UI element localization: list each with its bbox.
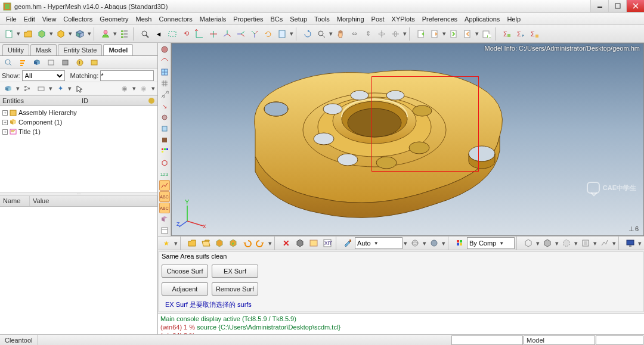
menu-mesh[interactable]: Mesh xyxy=(132,14,156,24)
tool-zoomfit-icon[interactable] xyxy=(315,27,328,41)
vt-grid-icon[interactable] xyxy=(159,67,170,77)
organize-icon[interactable] xyxy=(293,237,306,250)
menu-help[interactable]: Help xyxy=(503,14,524,24)
vt-brown-icon[interactable] xyxy=(159,135,170,145)
expand-icon[interactable]: + xyxy=(2,129,8,135)
tool-axis4-icon[interactable] xyxy=(234,27,247,41)
tool-new-icon[interactable] xyxy=(2,27,16,41)
tool-open-icon[interactable] xyxy=(21,27,35,41)
vt-abc2-icon[interactable]: ABC xyxy=(159,203,170,213)
menu-bcs[interactable]: BCs xyxy=(267,14,287,24)
minimize-button[interactable] xyxy=(590,0,608,12)
expand-icon[interactable]: + xyxy=(2,120,8,125)
dropdown-icon[interactable]: ▾ xyxy=(422,240,427,247)
ex-surf-button[interactable]: EX Surf xyxy=(212,265,258,278)
tree-item[interactable]: + Assembly Hierarchy xyxy=(1,108,156,117)
menu-properties[interactable]: Properties xyxy=(230,14,267,24)
et-q-icon[interactable]: ✦ xyxy=(54,82,67,95)
tool-sigma3-icon[interactable]: Σ xyxy=(528,27,541,41)
tool-phi2-icon[interactable] xyxy=(389,27,402,41)
tcl-console[interactable]: Main console display active (Tcl8.5.9 / … xyxy=(158,313,644,334)
tool-box-green-icon[interactable] xyxy=(35,27,48,41)
cubein-icon[interactable] xyxy=(227,237,240,250)
vt-transp-icon[interactable] xyxy=(159,123,170,134)
et-cursor-icon[interactable] xyxy=(73,82,86,95)
dropdown-icon[interactable]: ▾ xyxy=(16,85,20,92)
menu-setup[interactable]: Setup xyxy=(286,14,311,24)
fav-star-icon[interactable]: ★ xyxy=(160,237,173,250)
tool-box-yellow-icon[interactable] xyxy=(54,27,67,41)
entity-tree[interactable]: + Assembly Hierarchy + Component (1) + T… xyxy=(0,106,157,192)
dropdown-icon[interactable]: ▾ xyxy=(475,30,479,38)
tool-hand-icon[interactable] xyxy=(334,27,347,41)
menu-file[interactable]: File xyxy=(2,14,20,24)
menu-tools[interactable]: Tools xyxy=(311,14,333,24)
dropdown-icon[interactable]: ▾ xyxy=(329,30,333,38)
tool-import1-icon[interactable] xyxy=(414,27,428,41)
dropdown-icon[interactable]: ▾ xyxy=(535,240,540,247)
vt-chart-icon[interactable] xyxy=(159,180,170,191)
panel-info2-icon[interactable] xyxy=(88,56,101,69)
dropdown-icon[interactable]: ▾ xyxy=(132,85,137,92)
panel-cube-icon[interactable] xyxy=(30,56,44,69)
dropdown-icon[interactable]: ▾ xyxy=(593,240,597,247)
panel-rect1-icon[interactable] xyxy=(45,56,58,69)
status-box-model[interactable]: Model xyxy=(524,335,595,345)
bycomp-combo[interactable]: By Comp▼ xyxy=(467,237,515,249)
dropdown-icon[interactable]: ▾ xyxy=(289,30,294,38)
wire1-icon[interactable] xyxy=(522,237,535,250)
color-swatch-icon[interactable] xyxy=(453,237,466,250)
dropdown-icon[interactable]: ▾ xyxy=(268,240,273,247)
dropdown-icon[interactable]: ▾ xyxy=(442,30,447,38)
tree-item[interactable]: + Title (1) xyxy=(1,127,156,136)
tool-page-icon[interactable] xyxy=(275,27,289,41)
tool-sigma2-icon[interactable]: Σ xyxy=(514,27,527,41)
dropdown-icon[interactable]: ▾ xyxy=(87,30,92,38)
vt-cube2-icon[interactable] xyxy=(159,214,170,225)
tool-sigma1-icon[interactable]: Σ xyxy=(500,27,513,41)
tab-mask[interactable]: Mask xyxy=(30,44,57,55)
tool-arrow-left-icon[interactable]: ◄ xyxy=(152,27,165,41)
dropdown-icon[interactable]: ▾ xyxy=(48,85,53,92)
tool-export1-icon[interactable] xyxy=(447,27,460,41)
tool-axis5-icon[interactable] xyxy=(248,27,261,41)
menu-view[interactable]: View xyxy=(39,14,60,24)
dropdown-icon[interactable]: ▾ xyxy=(49,30,54,38)
dropdown-icon[interactable]: ▾ xyxy=(555,240,559,247)
monitor-icon[interactable] xyxy=(624,237,637,250)
vt-abc-icon[interactable]: ABC xyxy=(159,191,170,202)
vt-palette-icon[interactable] xyxy=(159,146,170,157)
wire2-icon[interactable] xyxy=(541,237,554,250)
tool-arrow-l-icon[interactable]: ⟲ xyxy=(179,27,193,41)
menu-applications[interactable]: Applications xyxy=(461,14,503,24)
brush-icon[interactable] xyxy=(341,237,354,250)
vt-tool1-icon[interactable] xyxy=(159,112,170,123)
tool-run-icon[interactable]: ▶ xyxy=(480,27,493,41)
et-eye2-icon[interactable]: ◉ xyxy=(137,82,150,95)
menu-geometry[interactable]: Geometry xyxy=(96,14,132,24)
close-button[interactable] xyxy=(626,0,644,12)
folder1-icon[interactable] xyxy=(185,237,199,250)
vt-clip-icon[interactable] xyxy=(159,89,170,100)
folder-open-icon[interactable] xyxy=(199,237,212,250)
matching-input[interactable] xyxy=(100,70,154,81)
et-cube-icon[interactable] xyxy=(2,82,15,95)
tool-axis3-icon[interactable] xyxy=(221,27,234,41)
3d-viewport[interactable]: Model Info: C:/Users/Administrator/Deskt… xyxy=(171,43,644,236)
menu-collectors[interactable]: Collectors xyxy=(60,14,96,24)
dropdown-icon[interactable]: ▾ xyxy=(67,85,72,92)
show-select[interactable]: All xyxy=(22,70,65,81)
menu-preferences[interactable]: Preferences xyxy=(419,14,461,24)
tool-import2-icon[interactable] xyxy=(428,27,441,41)
vt-arrow-icon[interactable]: ↘ xyxy=(159,101,170,111)
auto-combo[interactable]: Auto▼ xyxy=(355,237,402,249)
tool-arrows-lr-icon[interactable]: ⇔ xyxy=(348,27,361,41)
menu-edit[interactable]: Edit xyxy=(20,14,39,24)
panel-search-icon[interactable] xyxy=(2,56,15,69)
tab-utility[interactable]: Utility xyxy=(2,44,29,55)
dropdown-icon[interactable]: ▾ xyxy=(151,85,156,92)
tool-tree-icon[interactable] xyxy=(118,27,131,41)
menu-xyplots[interactable]: XYPlots xyxy=(388,14,419,24)
menu-morphing[interactable]: Morphing xyxy=(333,14,368,24)
redo-big-icon[interactable] xyxy=(254,237,267,250)
